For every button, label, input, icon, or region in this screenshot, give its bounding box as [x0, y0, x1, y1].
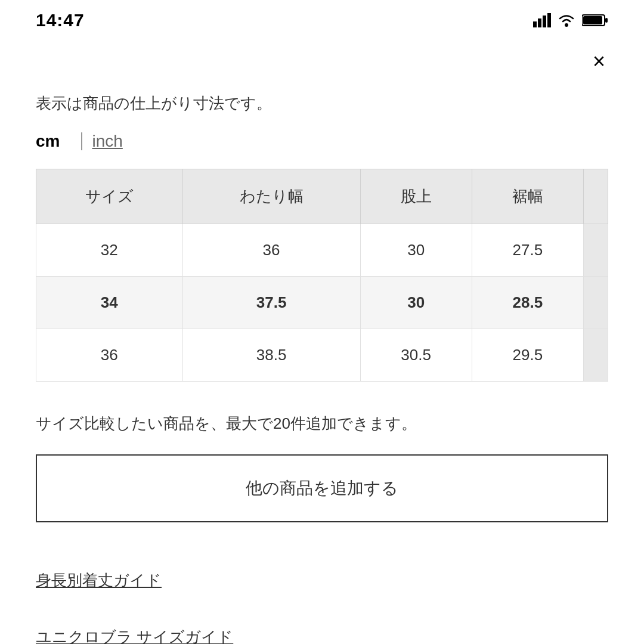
- col-header-suso: 裾幅: [472, 169, 583, 224]
- table-header-row: サイズ わたり幅 股上 裾幅: [36, 169, 608, 224]
- svg-rect-3: [547, 13, 551, 27]
- svg-rect-2: [543, 16, 546, 27]
- wifi-icon: [557, 13, 576, 27]
- size-table: サイズ わたり幅 股上 裾幅 32 36 30 27.5 34 37.5: [36, 169, 608, 382]
- cell-watari-36: 38.5: [182, 329, 360, 382]
- col-header-matauedake: 股上: [360, 169, 472, 224]
- cell-watari-34: 37.5: [182, 277, 360, 329]
- svg-rect-6: [583, 16, 602, 24]
- battery-icon: [582, 13, 608, 27]
- unit-toggle: cm inch: [36, 132, 608, 151]
- svg-rect-7: [605, 18, 608, 23]
- add-product-button[interactable]: 他の商品を追加する: [36, 454, 608, 522]
- svg-rect-0: [533, 21, 537, 27]
- unit-inch-label[interactable]: inch: [92, 132, 122, 151]
- description-text: 表示は商品の仕上がり寸法です。: [36, 93, 608, 114]
- col-header-watari: わたり幅: [182, 169, 360, 224]
- status-bar: 14:47: [0, 0, 644, 36]
- cell-mata-34: 30: [360, 277, 472, 329]
- cell-size-34: 34: [36, 277, 183, 329]
- cell-suso-36: 29.5: [472, 329, 583, 382]
- cell-mata-36: 30.5: [360, 329, 472, 382]
- cell-suso-32: 27.5: [472, 224, 583, 277]
- cell-mata-32: 30: [360, 224, 472, 277]
- unit-divider: [81, 132, 82, 150]
- cell-hidden-36: [584, 329, 608, 382]
- size-table-wrapper: サイズ わたり幅 股上 裾幅 32 36 30 27.5 34 37.5: [36, 169, 608, 382]
- signal-icon: [533, 13, 551, 27]
- status-icons: [533, 13, 608, 27]
- status-time: 14:47: [36, 10, 85, 30]
- links-section: 身長別着丈ガイド ユニクロブラ サイズガイド ヌード寸法を見る 測り方について: [36, 552, 608, 644]
- col-header-hidden: [584, 169, 608, 224]
- col-header-size: サイズ: [36, 169, 183, 224]
- uniqlobra-guide-link[interactable]: ユニクロブラ サイズガイド: [36, 609, 608, 644]
- cell-hidden-34: [584, 277, 608, 329]
- main-content: 表示は商品の仕上がり寸法です。 cm inch サイズ わたり幅 股上 裾幅 3…: [0, 81, 644, 644]
- cell-size-32: 32: [36, 224, 183, 277]
- height-guide-link[interactable]: 身長別着丈ガイド: [36, 552, 608, 609]
- cell-suso-34: 28.5: [472, 277, 583, 329]
- svg-rect-1: [538, 18, 541, 27]
- cell-watari-32: 36: [182, 224, 360, 277]
- close-button[interactable]: ×: [590, 48, 608, 75]
- cell-size-36: 36: [36, 329, 183, 382]
- svg-point-4: [565, 23, 568, 27]
- table-row: 36 38.5 30.5 29.5: [36, 329, 608, 382]
- table-row-highlighted: 34 37.5 30 28.5: [36, 277, 608, 329]
- close-button-container: ×: [0, 36, 644, 81]
- compare-text: サイズ比較したい商品を、最大で20件追加できます。: [36, 411, 608, 436]
- cell-hidden-32: [584, 224, 608, 277]
- table-row: 32 36 30 27.5: [36, 224, 608, 277]
- unit-cm-label[interactable]: cm: [36, 132, 72, 151]
